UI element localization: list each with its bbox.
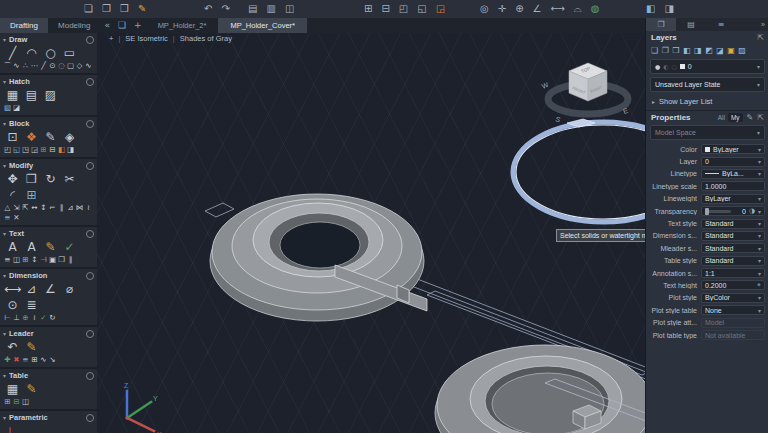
panel-tab-content[interactable]: ≡ bbox=[706, 18, 736, 31]
plot-style-table-dropdown[interactable]: None▾ bbox=[701, 305, 765, 315]
extend-icon[interactable]: ↔ bbox=[30, 203, 39, 213]
donut-icon[interactable]: ⊙ bbox=[48, 61, 57, 71]
compass-south[interactable]: S bbox=[555, 115, 562, 123]
baseline-dimension-icon[interactable]: ≣ bbox=[22, 297, 41, 313]
show-layer-list-toggle[interactable]: ▸ Show Layer List bbox=[646, 95, 768, 111]
new-document-icon[interactable]: ❏ bbox=[84, 0, 93, 18]
leader-arrow-icon[interactable]: ↘ bbox=[48, 355, 57, 365]
layer-dropdown[interactable]: 0▾ bbox=[701, 157, 765, 167]
radius-dimension-icon[interactable]: ⊙ bbox=[3, 297, 22, 313]
layer-lock-icon[interactable]: ▣ bbox=[727, 46, 735, 55]
current-layer-dropdown[interactable]: ● ◐ ○ 0 ▾ bbox=[650, 59, 765, 74]
ring-solid-bottom[interactable] bbox=[435, 345, 645, 433]
dimension-break-icon[interactable]: ≀ bbox=[30, 313, 39, 323]
arc-icon[interactable]: ◠ bbox=[22, 45, 41, 61]
break-icon[interactable]: ≀ bbox=[84, 203, 93, 213]
section-options-button[interactable] bbox=[86, 162, 94, 170]
multiple-points-icon[interactable]: ⋯ bbox=[30, 61, 39, 71]
text-style-dropdown[interactable]: Standard▾ bbox=[701, 219, 765, 229]
chevron-down-icon[interactable]: ▾ bbox=[3, 230, 6, 237]
linetype-scale-input[interactable]: 1.0000 bbox=[701, 181, 765, 191]
copy-icon[interactable]: ❐ bbox=[22, 171, 41, 187]
section-options-button[interactable] bbox=[86, 78, 94, 86]
explode-icon[interactable]: ⊿ bbox=[66, 203, 75, 213]
layer-on-icon[interactable]: ◧ bbox=[683, 46, 691, 55]
arc-3pt-icon[interactable]: ⌒ bbox=[3, 61, 12, 71]
edit-table-icon[interactable]: ✎ bbox=[22, 381, 41, 397]
boundary-icon[interactable]: ▨ bbox=[41, 87, 60, 103]
section-plane-icon[interactable]: ⌓ bbox=[574, 0, 582, 18]
section-options-button[interactable] bbox=[86, 272, 94, 280]
measure-icon[interactable]: ⟷ bbox=[550, 0, 564, 18]
spell-check-icon[interactable]: ✓ bbox=[60, 239, 79, 255]
block-adjust-icon[interactable]: ⊞ bbox=[39, 145, 48, 155]
export-icon[interactable]: ◱ bbox=[417, 0, 426, 18]
detach-panel-icon[interactable]: ⇱ bbox=[757, 33, 764, 42]
erase-icon[interactable]: ✕ bbox=[12, 213, 21, 223]
table-style-dropdown[interactable]: Standard▾ bbox=[701, 256, 765, 266]
open-folder-icon[interactable]: ❐ bbox=[102, 0, 111, 18]
layer-match-icon[interactable]: ▨ bbox=[738, 46, 746, 55]
redo-icon[interactable]: ↷ bbox=[221, 0, 229, 18]
chevron-down-icon[interactable]: ▾ bbox=[3, 372, 6, 379]
circle-icon[interactable]: ○ bbox=[41, 45, 60, 61]
join-icon[interactable]: ⋈ bbox=[75, 203, 84, 213]
text-frame-icon[interactable]: ◫ bbox=[12, 255, 21, 265]
tab-modeling[interactable]: Modeling bbox=[48, 18, 100, 33]
page-setup-icon[interactable]: ▥ bbox=[266, 0, 275, 18]
inspect-dimension-icon[interactable]: ✓ bbox=[39, 313, 48, 323]
transparency-control[interactable]: 0◑▾ bbox=[701, 206, 765, 216]
align-leaders-icon[interactable]: ≡ bbox=[21, 355, 30, 365]
mirror-icon[interactable]: △ bbox=[3, 203, 12, 213]
linetype-dropdown[interactable]: ByLa...▾ bbox=[701, 169, 765, 179]
hatch-icon[interactable]: ▦ bbox=[3, 87, 22, 103]
section-options-button[interactable] bbox=[86, 36, 94, 44]
section-options-button[interactable] bbox=[86, 230, 94, 238]
save-as-icon[interactable]: ✎ bbox=[138, 0, 146, 18]
mtext-icon[interactable]: A bbox=[3, 239, 22, 255]
layer-state-dropdown[interactable]: Unsaved Layer State ▾ bbox=[650, 77, 765, 92]
edit-text-icon[interactable]: ✎ bbox=[41, 239, 60, 255]
section-options-button[interactable] bbox=[86, 120, 94, 128]
helix-icon[interactable]: ∿ bbox=[84, 61, 93, 71]
panel-tab-overflow-button[interactable]: » bbox=[757, 18, 768, 31]
attach-xref-icon[interactable]: ⊟ bbox=[381, 0, 389, 18]
spline-icon[interactable]: ∿ bbox=[12, 61, 21, 71]
chevron-down-icon[interactable]: ▾ bbox=[3, 272, 6, 279]
file-tab-mp-holder-2[interactable]: MP_Holder_2* bbox=[146, 18, 219, 33]
lengthen-icon[interactable]: ↕ bbox=[39, 203, 48, 213]
trim-icon[interactable]: ✂ bbox=[60, 171, 79, 187]
insert-block-icon[interactable]: ❖ bbox=[22, 129, 41, 145]
compass-west[interactable]: W bbox=[541, 81, 550, 90]
fillet-icon[interactable]: ◜ bbox=[3, 187, 22, 203]
linear-dimension-icon[interactable]: ⟷ bbox=[3, 281, 22, 297]
orbit-icon[interactable]: ⊕ bbox=[515, 0, 523, 18]
point-icon[interactable]: ∴ bbox=[21, 61, 30, 71]
ring-solid-main[interactable] bbox=[210, 194, 427, 321]
hatch-separate-icon[interactable]: ◪ bbox=[12, 103, 21, 113]
chevron-down-icon[interactable]: ▾ bbox=[3, 78, 6, 85]
ellipse-icon[interactable]: ◌ bbox=[57, 61, 66, 71]
plot-style-dropdown[interactable]: ByColor▾ bbox=[701, 293, 765, 303]
offset-icon[interactable]: ∥ bbox=[57, 203, 66, 213]
compass-east[interactable]: E bbox=[622, 107, 629, 115]
ray-icon[interactable]: ╱ bbox=[39, 61, 48, 71]
properties-panel-toggle-icon[interactable]: ◨ bbox=[664, 0, 673, 18]
add-leader-icon[interactable]: ✚ bbox=[3, 355, 12, 365]
panel-tab-layers[interactable]: ❐ bbox=[646, 18, 676, 31]
plot-preview-icon[interactable]: ◫ bbox=[285, 0, 294, 18]
block-clip-icon[interactable]: ◲ bbox=[30, 145, 39, 155]
leader-style-icon[interactable]: ∿ bbox=[39, 355, 48, 365]
wipeout-icon[interactable]: ◇ bbox=[75, 61, 84, 71]
region-icon[interactable]: ▧ bbox=[3, 103, 12, 113]
filter-my-button[interactable]: My bbox=[728, 113, 743, 122]
block-attach-icon[interactable]: ◳ bbox=[21, 145, 30, 155]
justify-text-icon[interactable]: ⊣ bbox=[39, 255, 48, 265]
collect-leaders-icon[interactable]: ⊞ bbox=[30, 355, 39, 365]
single-line-text-icon[interactable]: A bbox=[22, 239, 41, 255]
new-drawing-tab-button[interactable]: + bbox=[130, 18, 146, 33]
pick-point-icon[interactable]: ⌖ bbox=[757, 281, 761, 289]
columns-icon[interactable]: ∥ bbox=[66, 255, 75, 265]
text-background-icon[interactable]: ▣ bbox=[48, 255, 57, 265]
undo-icon[interactable]: ↶ bbox=[204, 0, 212, 18]
